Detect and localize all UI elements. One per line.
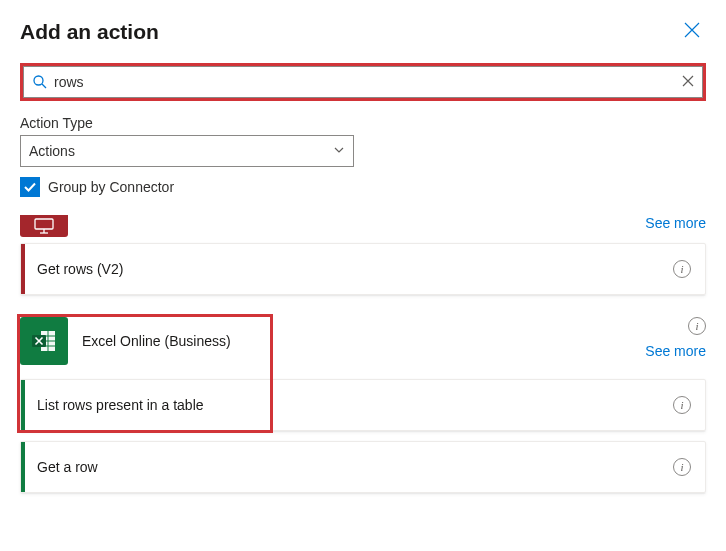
search-icon bbox=[32, 74, 48, 90]
connector-group-excel: Excel Online (Business) i See more List … bbox=[20, 317, 706, 493]
see-more-link[interactable]: See more bbox=[645, 343, 706, 359]
checkmark-icon bbox=[23, 180, 37, 194]
action-left: List rows present in a table bbox=[21, 380, 204, 430]
action-item-get-rows-v2[interactable]: Get rows (V2) i bbox=[20, 243, 706, 295]
action-label: List rows present in a table bbox=[25, 397, 204, 413]
connector-header-left[interactable]: Excel Online (Business) bbox=[20, 317, 231, 365]
svg-line-1 bbox=[42, 84, 46, 88]
connector-header-right: i See more bbox=[645, 317, 706, 359]
info-icon[interactable]: i bbox=[673, 396, 691, 414]
search-highlight-frame bbox=[20, 63, 706, 101]
action-left: Get a row bbox=[21, 442, 98, 492]
excel-connector-tile bbox=[20, 317, 68, 365]
action-item-get-a-row[interactable]: Get a row i bbox=[20, 441, 706, 493]
close-button[interactable] bbox=[678, 20, 706, 45]
action-label: Get a row bbox=[25, 459, 98, 475]
dialog-header: Add an action bbox=[20, 20, 706, 45]
info-icon[interactable]: i bbox=[688, 317, 706, 335]
svg-rect-2 bbox=[35, 219, 53, 229]
action-item-list-rows[interactable]: List rows present in a table i bbox=[20, 379, 706, 431]
clear-search-button[interactable] bbox=[682, 74, 694, 90]
close-icon bbox=[684, 22, 700, 38]
connector-tile[interactable] bbox=[20, 215, 68, 237]
svg-point-0 bbox=[34, 76, 43, 85]
group-by-label: Group by Connector bbox=[48, 179, 174, 195]
dialog-title: Add an action bbox=[20, 20, 159, 44]
info-icon[interactable]: i bbox=[673, 260, 691, 278]
connector-title: Excel Online (Business) bbox=[82, 333, 231, 349]
group-by-row: Group by Connector bbox=[20, 177, 706, 197]
excel-icon bbox=[30, 327, 58, 355]
connector-header: Excel Online (Business) i See more bbox=[20, 317, 706, 365]
search-input[interactable] bbox=[54, 74, 682, 90]
info-icon[interactable]: i bbox=[673, 458, 691, 476]
action-type-label: Action Type bbox=[20, 115, 706, 131]
search-box[interactable] bbox=[23, 66, 703, 98]
group-by-checkbox[interactable] bbox=[20, 177, 40, 197]
see-more-link[interactable]: See more bbox=[645, 215, 706, 231]
action-type-value: Actions bbox=[29, 143, 75, 159]
connector-header-row: See more bbox=[20, 215, 706, 237]
monitor-icon bbox=[33, 218, 55, 234]
chevron-down-icon bbox=[333, 143, 345, 159]
action-type-select[interactable]: Actions bbox=[20, 135, 354, 167]
action-left: Get rows (V2) bbox=[21, 244, 123, 294]
action-label: Get rows (V2) bbox=[25, 261, 123, 277]
